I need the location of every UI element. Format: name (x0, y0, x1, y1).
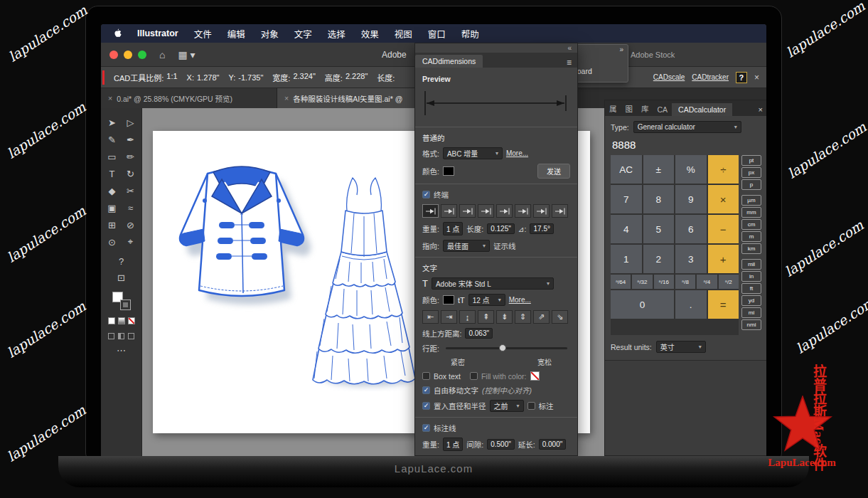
end-style-button[interactable] (533, 204, 550, 218)
menu-item-help[interactable]: 帮助 (461, 27, 479, 41)
font-select[interactable]: Adobe 宋体 Std L (432, 277, 554, 290)
text-more-link[interactable]: More... (509, 296, 531, 304)
type-tool[interactable]: T (109, 169, 115, 179)
selection-tool[interactable]: ➤ (108, 117, 116, 128)
leader-checkbox[interactable] (422, 424, 430, 432)
result-units-select[interactable]: 英寸 (656, 341, 706, 353)
artboard-tool[interactable]: ▣ (107, 203, 116, 213)
screen-mode-buttons[interactable] (108, 333, 134, 339)
adobe-stock-search[interactable]: Adobe Stock (631, 51, 675, 59)
height-value[interactable]: 2.228" (345, 72, 368, 83)
expand-icon[interactable]: » (619, 46, 623, 53)
end-style-button[interactable] (478, 204, 494, 218)
pencil-tool[interactable]: ✎ (108, 134, 116, 145)
fill-stroke-swatches[interactable] (112, 292, 131, 310)
slider-thumb[interactable] (499, 344, 506, 351)
dress-illustration[interactable] (307, 172, 421, 393)
draw-behind-icon[interactable] (118, 333, 124, 339)
unit-yd[interactable]: yd (741, 295, 761, 306)
menu-item-select[interactable]: 选择 (328, 27, 345, 41)
unit-px[interactable]: px (741, 167, 761, 178)
unit-mi[interactable]: mi (741, 307, 761, 318)
menu-item-file[interactable]: 文件 (194, 27, 212, 41)
panel-tab-layers[interactable]: 图 (621, 101, 638, 116)
x-value[interactable]: 1.278" (197, 73, 219, 82)
none-swatch[interactable] (128, 317, 135, 324)
apple-icon[interactable] (112, 28, 122, 39)
calc-key-1-32[interactable]: ⁿ/32 (632, 275, 652, 289)
calc-key-2[interactable]: 2 (643, 245, 675, 273)
coat-illustration[interactable] (164, 151, 320, 314)
end-style-button[interactable] (496, 204, 513, 218)
calc-key-plus[interactable]: + (708, 245, 739, 273)
calc-key-1-64[interactable]: ⁿ/64 (611, 275, 631, 289)
calc-key-ac[interactable]: AC (611, 155, 642, 184)
fullscreen-window-button[interactable] (138, 51, 146, 59)
end-style-button[interactable] (459, 204, 476, 218)
cadscale-link[interactable]: CADscale (653, 73, 685, 81)
text-position-button[interactable]: ⇗ (533, 310, 550, 324)
pen-tool[interactable]: ✒ (127, 134, 134, 145)
minimize-window-button[interactable] (124, 51, 132, 59)
cad-scale-value[interactable]: 1:1 (166, 72, 177, 83)
leader-extension-input[interactable]: 0.000" (539, 439, 567, 450)
menu-item-edit[interactable]: 编辑 (227, 27, 245, 41)
format-more-link[interactable]: More... (506, 149, 528, 157)
calc-key-8[interactable]: 8 (643, 185, 675, 213)
document-tab-1[interactable]: × 0.ai* @ 25.88% (CMYK/GPU 预览) (101, 88, 277, 108)
text-position-button[interactable]: ⇥ (441, 310, 457, 324)
offset-input[interactable]: 0.063" (465, 328, 493, 339)
width-value[interactable]: 2.324" (293, 72, 315, 83)
close-icon[interactable]: × (754, 73, 759, 83)
end-style-button[interactable] (552, 204, 568, 218)
calc-key-1-8[interactable]: ⁿ/8 (675, 275, 695, 289)
unit-mm[interactable]: mm (741, 207, 761, 218)
panel-menu-icon[interactable]: ≡ (567, 58, 572, 68)
free-move-checkbox[interactable] (422, 386, 430, 394)
eraser-tool[interactable]: ⊘ (127, 220, 134, 231)
calc-key-1-4[interactable]: ⁿ/4 (697, 275, 717, 289)
calc-key-multiply[interactable]: × (708, 185, 739, 213)
calc-key-1[interactable]: 1 (611, 245, 642, 273)
calc-key-9[interactable]: 9 (675, 185, 707, 213)
hand-tool[interactable]: ⊙ (108, 237, 116, 248)
direct-selection-tool[interactable]: ▷ (127, 117, 134, 128)
panel-tab-properties[interactable]: 属 (605, 101, 621, 116)
leading-slider[interactable] (446, 347, 567, 349)
diameter-position-select[interactable]: 之前 (490, 400, 524, 412)
text-color-swatch[interactable] (443, 295, 454, 304)
app-menu-illustrator[interactable]: Illustrator (137, 28, 178, 38)
menu-item-object[interactable]: 对象 (261, 27, 279, 41)
close-panel-icon[interactable]: × (754, 105, 766, 116)
send-button[interactable]: 发送 (537, 164, 570, 179)
rotate-tool[interactable]: ↻ (127, 169, 134, 179)
leader-gap-input[interactable]: 0.500" (487, 439, 515, 450)
calc-key-6[interactable]: 6 (675, 215, 707, 243)
callout-checkbox[interactable] (527, 402, 535, 410)
text-position-button[interactable]: ⇤ (422, 310, 439, 324)
unit-cm[interactable]: cm (741, 219, 761, 230)
rectangle-tool[interactable]: ▭ (107, 152, 116, 162)
unit-mil[interactable]: mil (741, 259, 761, 270)
calc-key-5[interactable]: 5 (643, 215, 675, 243)
panel-tab-cad[interactable]: CA (653, 103, 673, 116)
shaper-tool[interactable]: ◆ (109, 186, 116, 196)
home-icon[interactable]: ⌂ (159, 49, 165, 60)
unit-p[interactable]: p (741, 179, 761, 190)
close-window-button[interactable] (109, 51, 118, 59)
calc-key-divide[interactable]: ÷ (708, 155, 739, 184)
color-swatch[interactable] (108, 317, 115, 324)
end-weight-input[interactable]: 1 点 (443, 222, 463, 235)
menu-item-effect[interactable]: 效果 (361, 27, 379, 41)
calc-key-plusminus[interactable]: ± (643, 155, 675, 184)
more-tools-icon[interactable]: ⋯ (117, 345, 126, 356)
menu-item-window[interactable]: 窗口 (428, 27, 446, 41)
unit-km[interactable]: km (741, 243, 761, 254)
close-tab-icon[interactable]: × (284, 94, 289, 102)
menu-item-view[interactable]: 视图 (395, 27, 412, 41)
cadtracker-link[interactable]: CADtracker (692, 73, 729, 81)
unit-m[interactable]: m (741, 231, 761, 242)
calculator-type-select[interactable]: General calculator (633, 121, 741, 133)
unit-nmi[interactable]: nmi (741, 319, 761, 330)
unit-pt[interactable]: pt (741, 155, 761, 166)
